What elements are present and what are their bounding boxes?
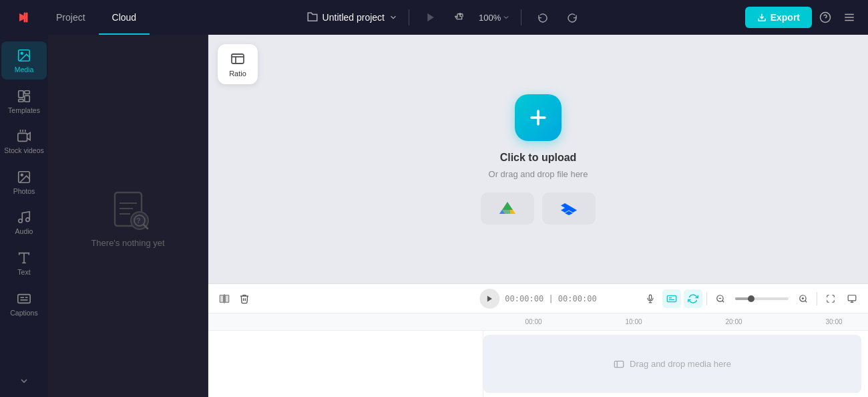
svg-point-9	[21, 52, 23, 54]
redo-button[interactable]	[562, 7, 583, 28]
project-title-button[interactable]: Untitled project	[306, 11, 398, 23]
svg-rect-36	[232, 54, 244, 63]
svg-marker-47	[487, 295, 492, 301]
timeline-center-controls: 00:00:00 | 00:00:00	[479, 289, 596, 309]
ratio-button[interactable]: Ratio	[218, 44, 258, 84]
menu-button[interactable]	[839, 7, 860, 28]
topbar: Project Cloud Untitled project 100%	[0, 0, 868, 35]
sidebar-bottom	[13, 370, 35, 392]
svg-rect-11	[25, 90, 29, 94]
svg-point-21	[26, 218, 30, 222]
upload-plus-button[interactable]	[515, 94, 562, 141]
svg-rect-48	[649, 295, 652, 299]
tab-project[interactable]: Project	[43, 0, 99, 35]
cloud-upload-buttons	[481, 192, 596, 225]
sidebar-item-templates[interactable]: Templates	[1, 82, 47, 120]
zoom-level-display[interactable]: 100%	[479, 13, 510, 23]
timeline-tracks: Drag and drop media here	[208, 331, 868, 397]
timeline-auto-caption-button[interactable]	[662, 289, 681, 308]
timeline-play-button[interactable]	[479, 289, 499, 309]
help-button[interactable]	[815, 7, 836, 28]
timeline-split-button[interactable]	[215, 289, 234, 308]
drag-drop-zone[interactable]: Drag and drop media here	[483, 335, 861, 393]
sidebar-item-text[interactable]: Text	[1, 244, 47, 282]
ruler-mark-3: 30:00	[784, 318, 868, 325]
divider	[409, 9, 409, 25]
undo-button[interactable]	[532, 7, 554, 28]
svg-rect-10	[19, 90, 23, 97]
upload-main-text: Click to upload	[500, 152, 577, 164]
drag-drop-label: Drag and drop media here	[630, 359, 731, 369]
svg-rect-13	[19, 99, 23, 102]
svg-rect-45	[220, 295, 223, 302]
timeline-left-controls	[215, 289, 254, 308]
timeline-delete-button[interactable]	[235, 289, 254, 308]
svg-marker-43	[510, 210, 515, 214]
timeline-zoom-in-button[interactable]	[794, 289, 813, 308]
main-layout: Media Templates Stock videos	[0, 35, 868, 397]
topbar-tabs: Project Cloud	[43, 0, 150, 35]
canvas-center: Click to upload Or drag and drop file he…	[208, 35, 868, 283]
svg-rect-61	[848, 295, 856, 300]
upload-area: Click to upload Or drag and drop file he…	[481, 94, 596, 225]
sidebar-item-stock-videos[interactable]: Stock videos	[1, 122, 47, 160]
sidebar-item-captions[interactable]: Captions	[1, 285, 47, 322]
divider-2	[521, 9, 521, 25]
ruler-mark-0: 00:00	[483, 318, 584, 325]
play-preview-button[interactable]	[420, 7, 441, 28]
sidebar: Media Templates Stock videos	[0, 35, 48, 397]
hand-tool-button[interactable]	[449, 7, 471, 28]
svg-marker-1	[427, 13, 433, 21]
canvas-area: Ratio Click to upload Or drag and drop f…	[208, 35, 868, 283]
timeline-right-controls	[641, 289, 861, 308]
sidebar-item-audio[interactable]: Audio	[1, 203, 47, 241]
sidebar-item-media[interactable]: Media	[1, 41, 47, 80]
timeline: 00:00:00 | 00:00:00	[208, 283, 868, 397]
canvas-toolbar: Ratio	[218, 44, 258, 84]
panel-empty-text: There's nothing yet	[91, 238, 164, 248]
svg-point-19	[21, 174, 23, 176]
timeline-monitor-button[interactable]	[843, 289, 861, 308]
ruler-mark-1: 10:00	[584, 318, 684, 325]
svg-line-58	[805, 300, 807, 302]
google-drive-button[interactable]	[481, 192, 534, 225]
svg-rect-64	[614, 361, 623, 367]
svg-rect-14	[18, 134, 27, 142]
svg-text:?: ?	[136, 217, 141, 225]
svg-rect-12	[25, 96, 29, 102]
timeline-fullscreen-button[interactable]	[821, 289, 840, 308]
tl-divider	[706, 292, 707, 305]
svg-rect-51	[667, 295, 676, 301]
topbar-center: Untitled project 100%	[150, 7, 739, 28]
tab-cloud[interactable]: Cloud	[99, 0, 150, 35]
export-button[interactable]: Export	[745, 7, 812, 28]
upload-sub-text: Or drag and drop file here	[489, 169, 588, 179]
empty-state-icon: ?	[105, 184, 152, 231]
timeline-time-display: 00:00:00 | 00:00:00	[505, 294, 596, 303]
timeline-controls-bar: 00:00:00 | 00:00:00	[208, 284, 868, 313]
svg-line-55	[722, 300, 724, 302]
sidebar-item-photos[interactable]: Photos	[1, 163, 47, 201]
timeline-zoom-out-button[interactable]	[711, 289, 730, 308]
panel-empty-state: ? There's nothing yet	[48, 35, 208, 397]
ruler-mark-2: 20:00	[684, 318, 784, 325]
svg-rect-46	[225, 295, 228, 302]
ruler-marks: 00:00 10:00 20:00 30:00 40:00	[483, 318, 868, 325]
dropbox-button[interactable]	[542, 192, 596, 225]
app-logo	[8, 3, 37, 32]
media-panel: ? There's nothing yet	[48, 35, 208, 397]
svg-point-20	[19, 219, 23, 223]
timeline-zoom-slider[interactable]	[735, 297, 789, 300]
timeline-ruler: 00:00 10:00 20:00 30:00 40:00	[208, 313, 868, 331]
timeline-auto-sync-button[interactable]	[684, 289, 702, 308]
sidebar-expand-button[interactable]	[13, 370, 35, 392]
timeline-mic-button[interactable]	[641, 289, 660, 308]
svg-rect-24	[18, 294, 30, 303]
tl-divider-2	[817, 292, 817, 305]
